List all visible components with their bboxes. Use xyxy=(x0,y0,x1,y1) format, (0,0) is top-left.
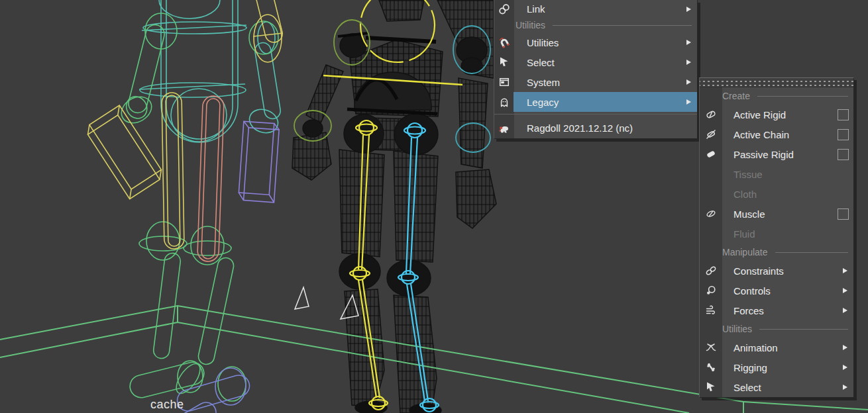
submenu-arrow-icon xyxy=(686,99,691,105)
passive-rigid-icon xyxy=(705,148,717,160)
menu-item-active-chain[interactable]: Active Chain xyxy=(700,124,853,144)
controls-icon xyxy=(705,285,717,297)
section-divider xyxy=(775,252,849,253)
menu-item-label: Legacy xyxy=(527,97,559,108)
menu-item-label: Cloth xyxy=(733,189,757,200)
active-chain-icon xyxy=(705,128,717,140)
menu-item-select[interactable]: Select xyxy=(494,52,697,72)
menu-item-label: Animation xyxy=(733,342,778,353)
submenu-arrow-icon xyxy=(843,308,847,313)
menu-item-label: Utilities xyxy=(527,37,559,48)
menu-item-utilities[interactable]: Utilities xyxy=(494,32,697,52)
section-divider xyxy=(759,329,848,330)
section-label: Create xyxy=(722,91,750,101)
muscle-icon xyxy=(705,208,717,220)
menu-item-label: Fluid xyxy=(733,228,755,240)
menu-item-label: Rigging xyxy=(733,362,767,373)
menu-section-utilities2: Utilities xyxy=(700,320,853,338)
menu-item-label: Ragdoll 2021.12.12 (nc) xyxy=(527,122,633,134)
menu-section-create: Create xyxy=(700,87,853,105)
menu-item-select2[interactable]: Select xyxy=(700,377,853,397)
menu-section-utilities: Utilities xyxy=(494,18,697,32)
menu-item-system[interactable]: System xyxy=(494,72,697,92)
ragdoll-marking-menu: Link Utilities Utilities xyxy=(494,0,698,139)
submenu-arrow-icon xyxy=(686,79,691,85)
submenu-arrow-icon xyxy=(686,40,691,45)
bone-icon xyxy=(705,361,717,373)
ragdoll-icon xyxy=(498,122,510,134)
submenu-arrow-icon xyxy=(686,7,691,12)
magnet-icon xyxy=(498,36,510,48)
section-divider xyxy=(553,25,692,26)
submenu-arrow-icon xyxy=(843,268,847,273)
submenu-arrow-icon xyxy=(843,365,847,370)
cursor-icon xyxy=(705,381,717,393)
menu-item-label: Constraints xyxy=(733,265,784,277)
menu-item-label: Active Rigid xyxy=(733,109,786,120)
cursor-icon xyxy=(498,56,510,68)
cache-label: cache xyxy=(150,398,184,412)
maya-3d-viewport: cache Link Utilities xyxy=(0,0,868,413)
menu-section-manipulate: Manipulate xyxy=(700,244,853,261)
menu-item-label: Muscle xyxy=(733,208,765,220)
submenu-arrow-icon xyxy=(843,345,847,350)
menu-item-label: Passive Rigid xyxy=(733,149,794,160)
submenu-arrow-icon xyxy=(686,60,691,65)
menu-item-link[interactable]: Link xyxy=(494,0,697,18)
mannequin-left-yellow xyxy=(84,0,284,249)
menu-item-label: System xyxy=(527,77,560,88)
menu-item-forces[interactable]: Forces xyxy=(700,300,853,320)
animation-curves-icon xyxy=(705,342,717,353)
menu-item-muscle[interactable]: Muscle xyxy=(700,204,853,224)
menu-item-label: Active Chain xyxy=(733,129,789,140)
section-label: Manipulate xyxy=(722,247,768,257)
option-box[interactable] xyxy=(838,149,849,160)
menu-item-active-rigid[interactable]: Active Rigid xyxy=(700,105,853,124)
ghost-icon xyxy=(498,96,510,108)
active-rigid-icon xyxy=(705,109,717,120)
menu-item-label: Tissue xyxy=(733,169,763,180)
menu-item-label: Select xyxy=(733,382,761,393)
menu-item-passive-rigid[interactable]: Passive Rigid xyxy=(700,144,853,164)
link-icon xyxy=(498,3,510,15)
menu-item-label: Select xyxy=(527,57,555,68)
section-label: Utilities xyxy=(722,324,752,334)
section-divider xyxy=(757,96,848,97)
menu-item-rigging[interactable]: Rigging xyxy=(700,357,853,377)
menu-item-ragdoll-about[interactable]: Ragdoll 2021.12.12 (nc) xyxy=(494,118,697,138)
section-label: Utilities xyxy=(515,20,545,30)
submenu-arrow-icon xyxy=(843,288,847,293)
submenu-arrow-icon xyxy=(843,385,847,390)
constraints-icon xyxy=(705,265,717,277)
menu-item-constraints[interactable]: Constraints xyxy=(700,261,853,281)
menu-item-label: Link xyxy=(527,3,545,15)
option-box[interactable] xyxy=(838,129,849,140)
mannequin-left-salmon xyxy=(197,96,225,262)
menu-item-cloth: Cloth xyxy=(700,184,853,204)
tearoff-handle[interactable] xyxy=(700,78,853,87)
menu-item-tissue: Tissue xyxy=(700,164,853,184)
menu-item-controls[interactable]: Controls xyxy=(700,281,853,300)
legacy-submenu: Create Active Rigid Ac xyxy=(699,77,854,398)
mannequin-left-green xyxy=(116,13,278,401)
menu-item-label: Controls xyxy=(733,285,771,297)
forces-wind-icon xyxy=(705,304,717,316)
menu-item-fluid: Fluid xyxy=(700,224,853,244)
option-box[interactable] xyxy=(838,109,849,120)
window-icon xyxy=(498,76,510,88)
menu-item-label: Forces xyxy=(733,305,764,316)
mannequin-left-violet xyxy=(239,121,280,202)
menu-item-animation[interactable]: Animation xyxy=(700,338,853,357)
menu-item-legacy[interactable]: Legacy xyxy=(494,92,697,112)
option-box[interactable] xyxy=(838,208,849,220)
